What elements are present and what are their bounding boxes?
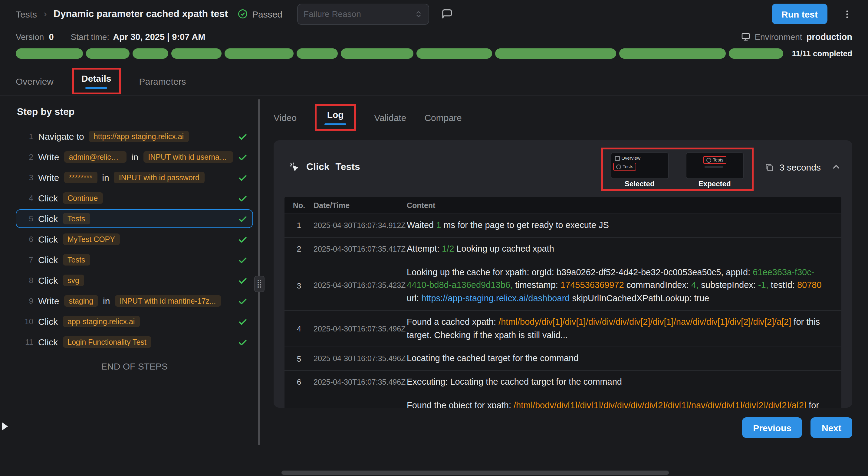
progress-segment[interactable] (224, 48, 293, 59)
step-row-11[interactable]: 11 Click Login Functionality Test (16, 333, 253, 351)
tab-log[interactable]: Log (327, 109, 344, 120)
active-tab-underline (85, 87, 107, 89)
tab-parameters[interactable]: Parameters (139, 76, 186, 86)
environment-label: Environment (754, 32, 802, 42)
duration-cluster: 3 seconds (764, 162, 841, 172)
progress-segment[interactable] (340, 48, 414, 59)
overview-mini-icon (615, 156, 620, 161)
log-link[interactable]: https://app-staging.relicx.ai/dashboard (421, 293, 569, 303)
step-row-5-selected[interactable]: 5 Click Tests (16, 209, 253, 228)
end-of-steps-label: END OF STEPS (16, 361, 253, 371)
row-time: 2025-04-30T16:07:35.496Z (314, 325, 407, 333)
comment-icon[interactable] (441, 8, 453, 20)
next-button[interactable]: Next (811, 417, 852, 438)
horizontal-scrollbar[interactable] (281, 471, 669, 475)
mini-label: Tests (713, 157, 723, 163)
step-row-3[interactable]: 3 Write ******** in INPUT with id passwo… (16, 168, 253, 187)
app-window: Tests › Dynamic parameter cached xpath t… (0, 0, 868, 476)
header-content: Content (407, 201, 841, 210)
run-test-button[interactable]: Run test (772, 4, 828, 24)
selected-caption: Selected (625, 180, 655, 188)
step-value-chip: ******** (64, 172, 97, 183)
drag-handle[interactable]: ⣿ (254, 276, 265, 292)
row-content: Waited 1 ms for the page to get ready to… (407, 219, 841, 232)
tests-mini-icon (616, 164, 621, 169)
progress-segment[interactable] (417, 48, 492, 59)
log-row-2: 2 2025-04-30T16:07:35.417Z Attempt: 1/2 … (284, 237, 841, 261)
step-action: Click (38, 234, 58, 244)
step-row-7[interactable]: 7 Click Tests (16, 250, 253, 269)
step-row-6[interactable]: 6 Click MyTest COPY (16, 230, 253, 248)
step-action: Click (38, 337, 58, 347)
step-target-chip: INPUT with id password (114, 172, 204, 183)
progress-bar: 11/11 completed (0, 48, 868, 59)
step-row-9[interactable]: 9 Write staging in INPUT with id mantine… (16, 292, 253, 310)
command-title: Click Tests (288, 161, 360, 173)
annotation-box-details-tab: Details (72, 68, 121, 94)
tab-details[interactable]: Details (82, 73, 111, 83)
progress-segment[interactable] (619, 48, 726, 59)
step-row-1[interactable]: 1 Navigate to https://app-staging.relicx… (16, 127, 253, 146)
copy-icon[interactable] (764, 162, 774, 172)
chevron-up-icon[interactable] (831, 162, 841, 172)
step-target-chip: Tests (63, 254, 90, 266)
command-target: Tests (336, 162, 360, 172)
selected-thumbnail[interactable]: Overview Tests Selected (611, 153, 668, 188)
tab-compare[interactable]: Compare (424, 112, 462, 123)
step-row-4[interactable]: 4 Click Continue (16, 189, 253, 207)
mini-bar (704, 166, 722, 168)
row-content: Locating the cached target for the comma… (407, 352, 841, 366)
step-action: Write (38, 172, 59, 183)
breadcrumb-tests[interactable]: Tests (16, 9, 37, 19)
tab-video[interactable]: Video (274, 112, 297, 123)
step-number: 6 (21, 235, 33, 244)
progress-segment[interactable] (495, 48, 617, 59)
steps-scrollbar[interactable]: ⣿ (258, 99, 260, 445)
step-target-chip: svg (63, 275, 84, 286)
progress-segment[interactable] (16, 48, 83, 59)
tab-overview[interactable]: Overview (16, 76, 54, 86)
log-card: Click Tests Overview Tests Selected (274, 140, 852, 408)
step-target-chip: Continue (63, 192, 102, 204)
expected-thumbnail[interactable]: Tests Expected (686, 153, 743, 188)
expand-arrow[interactable] (2, 422, 8, 431)
header-datetime: Date/Time (314, 201, 407, 210)
step-action: Write (38, 152, 59, 162)
selector-chevrons-icon (414, 10, 422, 18)
step-row-10[interactable]: 10 Click app-staging.relicx.ai (16, 312, 253, 331)
step-target-chip: Login Functionality Test (63, 336, 151, 348)
step-connector: in (102, 172, 109, 183)
check-icon (238, 193, 248, 203)
check-icon (238, 214, 248, 224)
top-bar: Tests › Dynamic parameter cached xpath t… (0, 0, 868, 28)
step-number: 11 (21, 338, 33, 347)
header-right-cluster: Overview Tests Selected Tests Ex (601, 147, 841, 191)
step-target-chip: INPUT with id mantine-17z... (115, 295, 221, 307)
progress-segment[interactable] (171, 48, 221, 59)
row-content: Attempt: 1/2 Looking up cached xpath (407, 242, 841, 256)
check-icon (238, 296, 248, 306)
step-number: 4 (21, 194, 33, 203)
mini-label: Tests (623, 164, 633, 169)
kebab-menu-icon[interactable] (842, 9, 852, 19)
failure-reason-select[interactable]: Failure Reason (297, 3, 429, 25)
step-value-chip: admin@relicx.ai (64, 151, 126, 163)
tab-validate[interactable]: Validate (374, 112, 406, 123)
check-icon (238, 317, 248, 326)
step-row-8[interactable]: 8 Click svg (16, 271, 253, 290)
check-icon (238, 173, 248, 182)
progress-segment[interactable] (132, 48, 168, 59)
log-row-4: 4 2025-04-30T16:07:35.496Z Found a cache… (284, 310, 841, 347)
log-row-1: 1 2025-04-30T16:07:34.912Z Waited 1 ms f… (284, 213, 841, 237)
step-value-chip: staging (64, 295, 98, 307)
row-no: 4 (284, 324, 314, 333)
step-action: Click (38, 275, 58, 285)
progress-segment[interactable] (297, 48, 337, 59)
progress-segment[interactable] (729, 48, 783, 59)
progress-segment[interactable] (86, 48, 129, 59)
check-icon (238, 152, 248, 162)
monitor-icon (741, 32, 750, 42)
previous-button[interactable]: Previous (742, 417, 802, 438)
step-target-chip: app-staging.relicx.ai (63, 316, 140, 327)
step-row-2[interactable]: 2 Write admin@relicx.ai in INPUT with id… (16, 147, 253, 166)
